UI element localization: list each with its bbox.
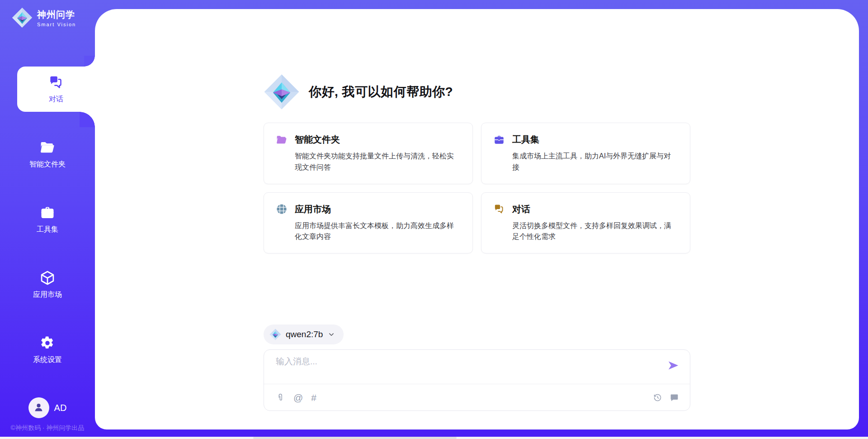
- sidebar-item-label: 系统设置: [33, 355, 62, 365]
- brand-diamond-icon: [264, 74, 300, 110]
- sidebar-item-label: 智能文件夹: [29, 160, 66, 169]
- main-content: 你好, 我可以如何帮助你? 智能文件夹 智能文件夹功能支持批量文件上传与清洗，轻…: [264, 9, 690, 411]
- chevron-down-icon: [327, 330, 335, 339]
- card-title: 工具集: [512, 134, 539, 146]
- paperclip-icon: [276, 393, 285, 402]
- feature-card[interactable]: 智能文件夹 智能文件夹功能支持批量文件上传与清洗，轻松实现文件问答: [264, 123, 473, 184]
- composer-tools-right: [653, 393, 679, 402]
- cube-icon: [39, 270, 56, 286]
- attach-button[interactable]: [276, 393, 285, 402]
- brand: 神州问学 Smart Vision: [0, 0, 95, 28]
- main-panel: 你好, 我可以如何帮助你? 智能文件夹 智能文件夹功能支持批量文件上传与清洗，轻…: [95, 9, 859, 429]
- model-name: qwen2:7b: [286, 329, 323, 339]
- comment-button[interactable]: [670, 393, 679, 402]
- feature-card[interactable]: 对话 灵活切换多模型文件，支持多样回复效果调试，满足个性化需求: [481, 192, 690, 254]
- horizontal-scrollbar[interactable]: [0, 437, 868, 439]
- toolbox-icon: [39, 205, 56, 221]
- avatar[interactable]: [28, 397, 49, 418]
- chat-icon: [493, 203, 505, 215]
- card-description: 智能文件夹功能支持批量文件上传与清洗，轻松实现文件问答: [276, 151, 461, 173]
- history-button[interactable]: [653, 393, 662, 402]
- mention-button[interactable]: @: [293, 393, 303, 402]
- hashtag-button[interactable]: #: [311, 393, 316, 402]
- brand-text: 神州问学 Smart Vision: [37, 9, 76, 27]
- brand-diamond-icon: [269, 329, 281, 340]
- chat-icon: [48, 74, 64, 91]
- sidebar: 神州问学 Smart Vision 对话 智能文件夹 工具集 应用市场 系统设置…: [0, 0, 95, 439]
- greeting: 你好, 我可以如何帮助你?: [264, 74, 690, 110]
- send-button[interactable]: [667, 359, 679, 372]
- sidebar-item-folders[interactable]: 智能文件夹: [0, 132, 95, 177]
- card-description: 应用市场提供丰富长文本模板，助力高效生成多样化文章内容: [276, 220, 461, 243]
- comment-icon: [670, 393, 679, 402]
- feature-card[interactable]: 应用市场 应用市场提供丰富长文本模板，助力高效生成多样化文章内容: [264, 192, 473, 254]
- user-icon: [33, 401, 45, 415]
- sidebar-item-chat[interactable]: 对话: [17, 67, 95, 112]
- scrollbar-thumb[interactable]: [253, 437, 457, 439]
- sidebar-item-label: 对话: [49, 95, 63, 104]
- send-icon: [667, 359, 679, 372]
- feature-card[interactable]: 工具集 集成市场上主流工具，助力AI与外界无缝扩展与对接: [481, 123, 690, 184]
- sidebar-item-label: 工具集: [37, 225, 58, 234]
- settings-icon: [39, 335, 56, 351]
- sidebar-item-tools[interactable]: 工具集: [0, 197, 95, 242]
- card-description: 集成市场上主流工具，助力AI与外界无缝扩展与对接: [493, 151, 678, 173]
- brand-diamond-icon: [12, 7, 33, 28]
- brand-subtitle: Smart Vision: [37, 22, 76, 27]
- brand-name: 神州问学: [37, 9, 76, 21]
- history-icon: [653, 393, 662, 402]
- card-description: 灵活切换多模型文件，支持多样回复效果调试，满足个性化需求: [493, 220, 678, 243]
- sidebar-nav: 对话 智能文件夹 工具集 应用市场 系统设置: [0, 67, 95, 372]
- composer: @ #: [264, 349, 690, 411]
- sidebar-item-settings[interactable]: 系统设置: [0, 327, 95, 372]
- card-title: 应用市场: [295, 203, 331, 215]
- market-grid-icon: [276, 203, 288, 215]
- app-root: { "brand": { "name": "神州问学", "subtitle":…: [0, 0, 868, 439]
- sidebar-item-label: 应用市场: [33, 290, 62, 300]
- sidebar-footer: ©神州数码 · 神州问学出品: [0, 424, 95, 432]
- user-row[interactable]: AD: [0, 397, 95, 418]
- folder-icon: [276, 134, 288, 146]
- sidebar-item-market[interactable]: 应用市场: [0, 262, 95, 307]
- model-selector[interactable]: qwen2:7b: [264, 324, 344, 344]
- card-title: 对话: [512, 203, 530, 215]
- feature-cards: 智能文件夹 智能文件夹功能支持批量文件上传与清洗，轻松实现文件问答 工具集 集成…: [264, 123, 690, 253]
- folder-icon: [39, 139, 56, 156]
- user-initials: AD: [54, 403, 67, 413]
- greeting-title: 你好, 我可以如何帮助你?: [309, 83, 453, 100]
- toolbox-icon: [493, 134, 505, 146]
- composer-tools-left: @ #: [276, 393, 316, 402]
- message-input[interactable]: [276, 356, 665, 381]
- composer-toolbar: @ #: [276, 384, 679, 410]
- card-title: 智能文件夹: [295, 134, 340, 146]
